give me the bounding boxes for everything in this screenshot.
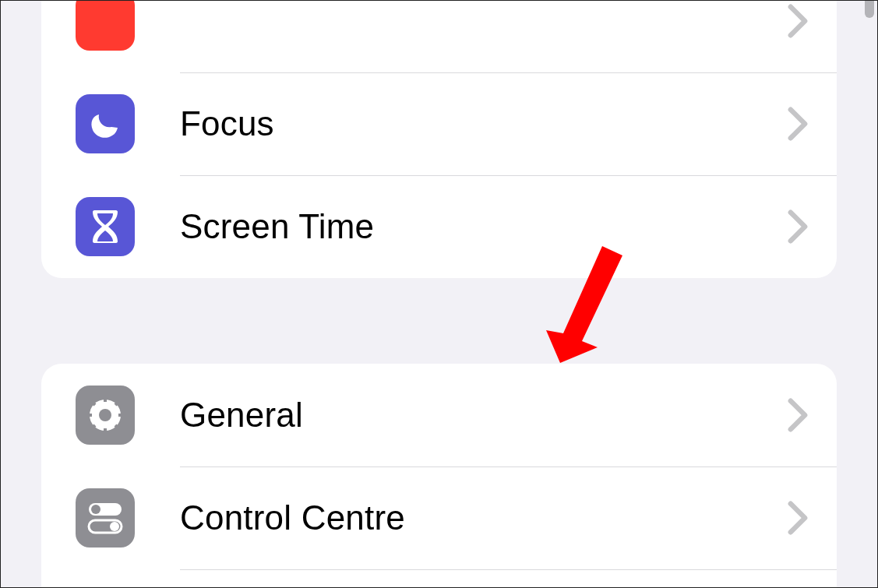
svg-line-7 bbox=[115, 425, 119, 429]
settings-row-display-brightness[interactable]: A A Display & Brightness bbox=[41, 569, 837, 588]
settings-row-control-centre[interactable]: Control Centre bbox=[41, 467, 837, 569]
settings-row-unknown[interactable] bbox=[41, 0, 837, 72]
moon-icon bbox=[76, 94, 135, 153]
svg-line-6 bbox=[91, 401, 95, 405]
chevron-right-icon bbox=[787, 501, 809, 535]
scrollbar-thumb[interactable] bbox=[865, 0, 874, 18]
chevron-right-icon bbox=[787, 4, 809, 38]
svg-point-13 bbox=[110, 522, 119, 531]
chevron-right-icon bbox=[787, 107, 809, 141]
chevron-right-icon bbox=[787, 398, 809, 432]
settings-group-focus: Focus Screen Time bbox=[41, 0, 837, 278]
svg-point-1 bbox=[99, 409, 111, 421]
svg-line-9 bbox=[115, 401, 119, 405]
row-label: Control Centre bbox=[180, 498, 787, 537]
svg-line-8 bbox=[91, 425, 95, 429]
red-blank-icon bbox=[76, 0, 135, 51]
row-label: General bbox=[180, 396, 787, 435]
chevron-right-icon bbox=[787, 209, 809, 244]
gear-icon bbox=[76, 386, 135, 445]
settings-row-focus[interactable]: Focus bbox=[41, 72, 837, 175]
row-label: Focus bbox=[180, 104, 787, 143]
row-label: Screen Time bbox=[180, 207, 787, 246]
settings-group-general: General Control Centre A bbox=[41, 364, 837, 588]
settings-row-general[interactable]: General bbox=[41, 364, 837, 467]
hourglass-icon bbox=[76, 197, 135, 256]
settings-row-screen-time[interactable]: Screen Time bbox=[41, 175, 837, 278]
toggles-icon bbox=[76, 488, 135, 548]
settings-list: Focus Screen Time bbox=[1, 1, 877, 587]
svg-point-11 bbox=[91, 505, 100, 514]
